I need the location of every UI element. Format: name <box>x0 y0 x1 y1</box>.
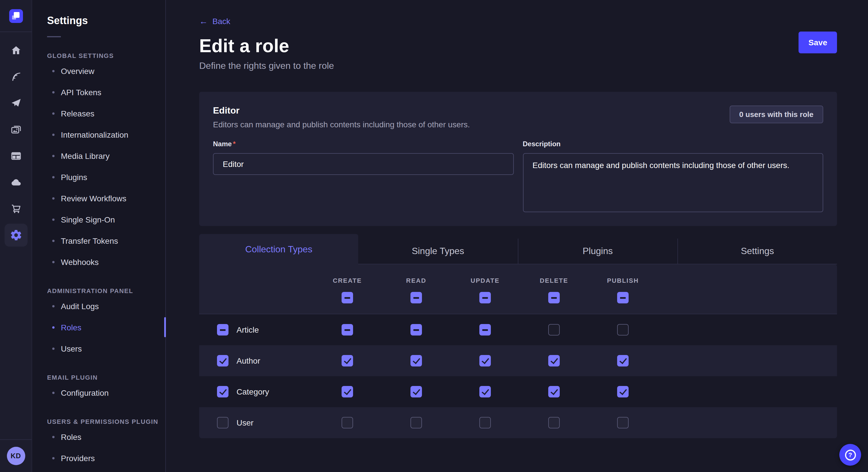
sidebar-item-api-tokens[interactable]: API Tokens <box>47 81 165 103</box>
column-master-checkboxes-row <box>199 292 837 303</box>
back-link[interactable]: ← Back <box>199 16 230 26</box>
strapi-logo-icon[interactable] <box>9 9 23 23</box>
checkbox-author-update[interactable] <box>479 355 491 367</box>
save-button[interactable]: Save <box>799 32 837 53</box>
sidebar-item-internationalization[interactable]: Internationalization <box>47 124 165 145</box>
checkbox-category-delete[interactable] <box>548 386 560 398</box>
checkbox-author-read[interactable] <box>410 355 422 367</box>
rail-item-gear[interactable] <box>4 224 27 247</box>
checkbox-article-publish[interactable] <box>617 324 629 336</box>
sidebar-item-roles[interactable]: Roles <box>47 316 165 338</box>
sidebar-item-roles[interactable]: Roles <box>47 426 165 447</box>
tab-single-types[interactable]: Single Types <box>359 239 518 264</box>
permission-cell <box>451 324 520 336</box>
gear-icon <box>9 229 22 241</box>
checkbox-author-delete[interactable] <box>548 355 560 367</box>
rail-item-feather[interactable] <box>4 65 27 88</box>
nav-section-administration-panel: ADMINISTRATION PANELAudit LogsRolesUsers <box>47 287 165 359</box>
checkbox-category-publish[interactable] <box>617 386 629 398</box>
sidebar-item-configuration[interactable]: Configuration <box>47 382 165 403</box>
page-subtitle: Define the rights given to the role <box>199 61 837 71</box>
role-form-fields: Name* Description Editors can manage and… <box>213 138 823 212</box>
sidebar-item-transfer-tokens[interactable]: Transfer Tokens <box>47 230 165 251</box>
name-field[interactable] <box>213 153 514 175</box>
checkbox-author-publish[interactable] <box>617 355 629 367</box>
permission-cell <box>520 355 588 367</box>
master-checkbox-cell <box>451 292 520 303</box>
description-field-group: Description Editors can manage and publi… <box>523 138 823 212</box>
checkbox-user-read[interactable] <box>410 417 422 429</box>
sidebar-item-users[interactable]: Users <box>47 338 165 359</box>
rail-item-cart[interactable] <box>4 197 27 220</box>
nav-list: RolesProviders <box>47 426 165 469</box>
sidebar-item-review-workflows[interactable]: Review Workflows <box>47 188 165 209</box>
role-description-text: Editors can manage and publish contents … <box>213 120 470 129</box>
description-field[interactable]: Editors can manage and publish contents … <box>523 153 823 212</box>
main-content: ← Back Edit a role Define the rights giv… <box>166 0 868 472</box>
row-label: Article <box>237 325 259 334</box>
checkbox-user-update[interactable] <box>479 417 491 429</box>
row-checkbox-author[interactable] <box>217 355 228 367</box>
help-button[interactable]: ? <box>839 444 861 466</box>
permission-cell <box>382 324 451 336</box>
tab-plugins[interactable]: Plugins <box>518 239 677 264</box>
master-checkbox-delete[interactable] <box>548 292 560 303</box>
row-checkbox-category[interactable] <box>217 386 228 398</box>
permission-cell <box>382 355 451 367</box>
master-checkbox-read[interactable] <box>410 292 422 303</box>
checkbox-article-delete[interactable] <box>548 324 560 336</box>
nav-list: OverviewAPI TokensReleasesInternationali… <box>47 60 165 272</box>
avatar[interactable]: KD <box>7 447 25 465</box>
sidebar-item-audit-logs[interactable]: Audit Logs <box>47 295 165 316</box>
row-label-cell: User <box>199 417 313 429</box>
users-count-badge[interactable]: 0 users with this role <box>730 105 823 123</box>
sidebar-item-overview[interactable]: Overview <box>47 60 165 81</box>
checkbox-article-read[interactable] <box>410 324 422 336</box>
checkbox-category-read[interactable] <box>410 386 422 398</box>
checkbox-category-update[interactable] <box>479 386 491 398</box>
master-checkbox-publish[interactable] <box>617 292 629 303</box>
paper-plane-icon <box>10 98 22 109</box>
master-checkbox-update[interactable] <box>479 292 491 303</box>
sidebar-item-media-library[interactable]: Media Library <box>47 145 165 166</box>
checkbox-user-create[interactable] <box>342 417 353 429</box>
master-checkbox-create[interactable] <box>342 292 353 303</box>
rail-item-paper-plane[interactable] <box>4 92 27 115</box>
nav-list: Configuration <box>47 382 165 403</box>
checkbox-user-publish[interactable] <box>617 417 629 429</box>
cart-icon <box>10 203 22 214</box>
rail-item-layout[interactable] <box>4 144 27 167</box>
role-details-card: Editor Editors can manage and publish co… <box>199 92 837 226</box>
checkbox-article-update[interactable] <box>479 324 491 336</box>
sidebar-item-webhooks[interactable]: Webhooks <box>47 251 165 272</box>
description-field-label: Description <box>523 140 561 148</box>
table-row-user: User <box>199 407 837 438</box>
rail-item-cloud[interactable] <box>4 171 27 194</box>
sidebar-item-label: Overview <box>61 66 94 75</box>
row-label: Category <box>237 387 269 396</box>
bullet-icon <box>52 91 55 93</box>
sidebar-item-single-sign-on[interactable]: Single Sign-On <box>47 209 165 230</box>
permission-cell <box>382 417 451 429</box>
permissions-table: CREATEREADUPDATEDELETEPUBLISH ArticleAut… <box>199 264 837 438</box>
required-asterisk: * <box>233 140 236 148</box>
tab-collection-types[interactable]: Collection Types <box>199 234 359 264</box>
checkbox-user-delete[interactable] <box>548 417 560 429</box>
row-checkbox-user[interactable] <box>217 417 228 429</box>
column-header-create: CREATE <box>313 277 382 284</box>
checkbox-author-create[interactable] <box>342 355 353 367</box>
permission-cell <box>313 324 382 336</box>
rail-item-images[interactable] <box>4 118 27 141</box>
rail-item-home[interactable] <box>4 39 27 62</box>
sidebar-item-label: Providers <box>61 453 95 463</box>
sidebar-item-plugins[interactable]: Plugins <box>47 166 165 188</box>
row-checkbox-article[interactable] <box>217 324 228 336</box>
tab-settings[interactable]: Settings <box>677 239 837 264</box>
checkbox-article-create[interactable] <box>342 324 353 336</box>
sidebar-item-label: Review Workflows <box>61 194 126 203</box>
sidebar-item-label: Webhooks <box>61 257 99 266</box>
sidebar-item-providers[interactable]: Providers <box>47 447 165 469</box>
checkbox-category-create[interactable] <box>342 386 353 398</box>
sidebar-item-releases[interactable]: Releases <box>47 103 165 124</box>
nav-section-global-settings: GLOBAL SETTINGSOverviewAPI TokensRelease… <box>47 52 165 272</box>
